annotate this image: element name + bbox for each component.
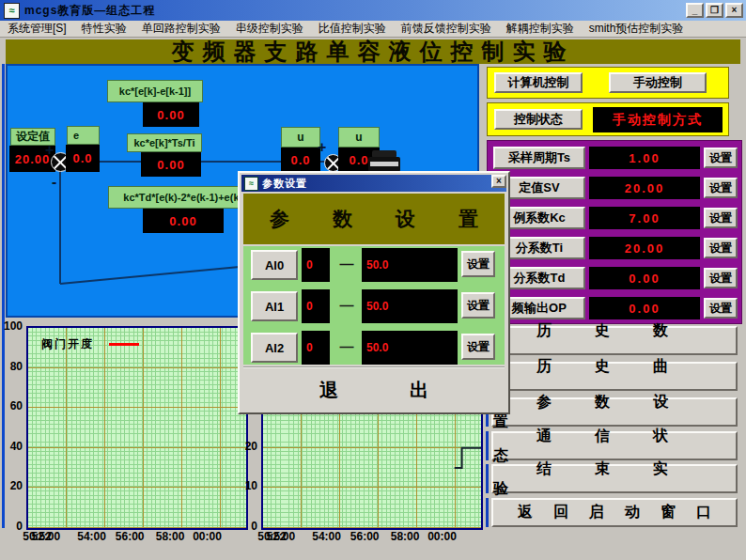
- dialog-row-ai2: AI20—50.0设置: [243, 331, 505, 365]
- integral-block-label: kc*e[k]*Ts/Ti: [127, 133, 202, 152]
- range-low-value[interactable]: 0: [302, 248, 330, 282]
- menu-item-5[interactable]: 前馈反馈控制实验: [394, 21, 499, 37]
- valve-legend-label: 阀门开度: [41, 336, 94, 352]
- param-value: 0.00: [589, 267, 700, 289]
- channel-label: AI1: [251, 291, 298, 321]
- y-tick-label: 60: [0, 399, 23, 412]
- dialog-header: 参数设置: [243, 194, 505, 244]
- action-button-5[interactable]: 返回启动窗口: [491, 498, 738, 527]
- close-button-icon[interactable]: ×: [725, 3, 743, 18]
- u1-label: u: [281, 127, 320, 148]
- param-row-2: 例系数Kc7.00设置: [488, 207, 743, 231]
- range-high-value[interactable]: 50.0: [362, 289, 458, 323]
- menu-item-2[interactable]: 单回路控制实验: [134, 21, 228, 37]
- restore-button-icon[interactable]: ❐: [706, 3, 723, 18]
- y-tick-label: 40: [0, 440, 23, 453]
- param-row-3: 分系数Ti20.00设置: [488, 237, 743, 261]
- param-set-button[interactable]: 设置: [704, 208, 738, 228]
- experiment-banner: 变频器支路单容液位控制实验: [6, 39, 740, 64]
- menu-item-1[interactable]: 特性实验: [74, 21, 134, 37]
- param-set-button[interactable]: 设置: [704, 298, 738, 319]
- derivative-block-value: 0.00: [143, 209, 224, 233]
- minimize-button-icon[interactable]: _: [686, 3, 704, 18]
- x-tick-label: 52:00: [29, 530, 63, 543]
- status-panel: 控制状态 手动控制方式: [487, 102, 729, 136]
- computer-control-button[interactable]: 计算机控制: [494, 72, 583, 93]
- menu-item-4[interactable]: 比值控制实验: [311, 21, 394, 37]
- range-high-value[interactable]: 50.0: [362, 331, 458, 365]
- y-tick-label: 10: [237, 479, 257, 492]
- param-value: 20.00: [589, 177, 700, 199]
- valve-opening-chart: 阀门开度: [26, 326, 248, 530]
- param-set-button[interactable]: 设置: [704, 148, 738, 168]
- channel-label: AI0: [251, 250, 298, 280]
- dialog-set-button[interactable]: 设置: [461, 251, 495, 277]
- exit-button[interactable]: 退出: [248, 378, 500, 403]
- param-row-5: 频输出OP0.00设置: [488, 297, 743, 321]
- dialog-set-button[interactable]: 设置: [461, 292, 495, 319]
- parameter-settings-dialog: ≈ 参数设置 × 参数设置 AI00—50.0设置AI10—50.0设置AI20…: [238, 171, 510, 414]
- action-button-4[interactable]: 结束实验: [491, 464, 738, 493]
- param-set-button[interactable]: 设置: [704, 268, 738, 288]
- x-tick-label: 56:00: [348, 530, 381, 543]
- action-button-1[interactable]: 历史曲线: [491, 362, 738, 391]
- menu-bar: 系统管理[S]特性实验单回路控制实验串级控制实验比值控制实验前馈反馈控制实验解耦…: [0, 21, 746, 38]
- u2-label: u: [338, 127, 380, 148]
- dialog-title-bar[interactable]: ≈ 参数设置: [241, 175, 506, 192]
- integral-block-value: 0.00: [141, 152, 201, 177]
- error-label: e: [67, 126, 100, 145]
- action-button-3[interactable]: 通信状态: [491, 431, 738, 460]
- left-border-line: [2, 64, 5, 528]
- experiment-title: 变频器支路单容液位控制实验: [172, 37, 575, 67]
- param-row-1: 定值SV20.00设置: [488, 177, 743, 201]
- action-button-2[interactable]: 参数设置: [491, 397, 738, 427]
- control-status-value: 手动控制方式: [593, 107, 723, 132]
- dialog-set-button[interactable]: 设置: [461, 334, 495, 360]
- range-dash: —: [336, 256, 357, 272]
- range-low-value[interactable]: 0: [302, 331, 330, 365]
- dialog-body: AI00—50.0设置AI10—50.0设置AI20—50.0设置: [243, 246, 505, 365]
- action-frame-line: [486, 431, 489, 460]
- title-bar: ≈ mcgs教育版—组态工程 _ ❐ ×: [0, 0, 746, 21]
- param-set-button[interactable]: 设置: [704, 178, 738, 198]
- dialog-row-ai1: AI10—50.0设置: [243, 289, 505, 323]
- action-frame-line: [486, 464, 489, 493]
- x-tick-label: 00:00: [191, 530, 225, 543]
- y-tick-label: 20: [0, 479, 23, 492]
- menu-item-0[interactable]: 系统管理[S]: [0, 21, 74, 37]
- y-tick-label: 20: [237, 440, 257, 453]
- dialog-title: 参数设置: [262, 177, 307, 191]
- parameter-panel: 采样周期Ts1.00设置定值SV20.00设置例系数Kc7.00设置分系数Ti2…: [487, 140, 742, 324]
- y-tick-label: 0: [0, 520, 23, 533]
- param-row-4: 分系数Td0.00设置: [488, 267, 743, 291]
- error-value: 0.0: [66, 145, 100, 172]
- y-tick-label: 80: [0, 360, 23, 373]
- menu-item-6[interactable]: 解耦控制实验: [499, 21, 582, 37]
- menu-item-3[interactable]: 串级控制实验: [228, 21, 311, 37]
- action-frame-line: [486, 498, 489, 527]
- menu-item-7[interactable]: smith预估控制实验: [582, 21, 692, 37]
- range-high-value[interactable]: 50.0: [362, 248, 458, 282]
- mcgs-window: ≈ mcgs教育版—组态工程 _ ❐ × 系统管理[S]特性实验单回路控制实验串…: [0, 0, 746, 560]
- param-value: 20.00: [589, 237, 700, 259]
- app-icon: ≈: [4, 3, 20, 19]
- param-value: 1.00: [589, 147, 700, 169]
- mode-panel: 计算机控制 手动控制: [487, 67, 729, 99]
- param-set-button[interactable]: 设置: [704, 238, 738, 258]
- manual-control-button[interactable]: 手动控制: [609, 72, 707, 93]
- control-status-button[interactable]: 控制状态: [494, 109, 583, 130]
- range-dash: —: [336, 297, 357, 313]
- x-tick-label: 58:00: [153, 530, 187, 543]
- x-tick-label: 58:00: [388, 530, 422, 543]
- y-tick-label: 100: [0, 319, 23, 333]
- dialog-row-ai0: AI00—50.0设置: [243, 248, 505, 282]
- dialog-app-icon: ≈: [244, 177, 258, 191]
- channel-label: AI2: [251, 333, 298, 363]
- proportional-block-value: 0.00: [143, 102, 199, 127]
- x-tick-label: 00:00: [426, 530, 459, 543]
- param-label: 采样周期Ts: [493, 147, 585, 169]
- action-button-0[interactable]: 历史数据: [491, 326, 738, 355]
- x-tick-label: 56:00: [113, 530, 147, 543]
- range-low-value[interactable]: 0: [302, 289, 330, 323]
- dialog-close-icon[interactable]: ×: [491, 175, 506, 188]
